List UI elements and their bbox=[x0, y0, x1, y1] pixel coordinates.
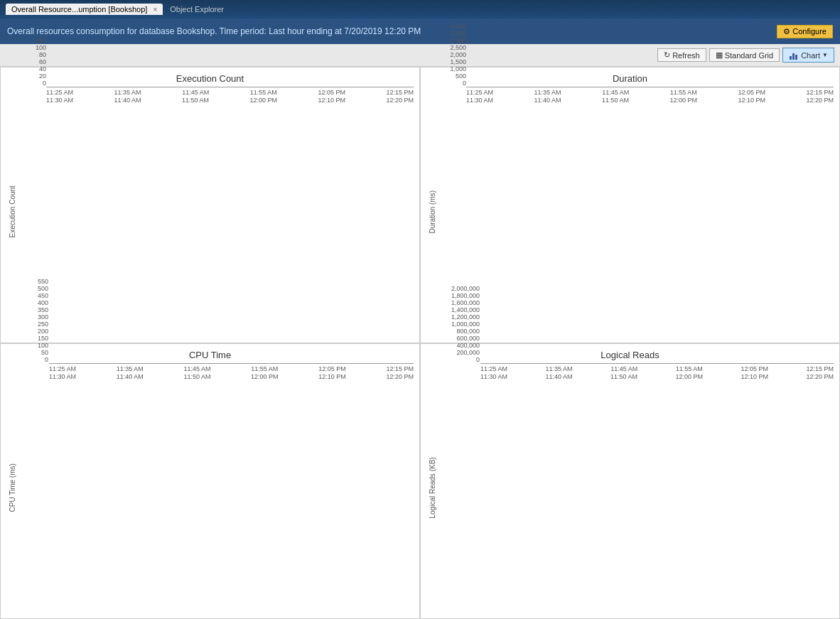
tab-active-label: Overall Resource...umption [Bookshop] bbox=[11, 5, 147, 14]
info-message: Overall resources consumption for databa… bbox=[7, 26, 421, 36]
tab-inactive-label: Object Explorer bbox=[170, 5, 224, 14]
duration-plot: 05001,0001,5002,0002,5003,0003,5004,000 bbox=[466, 87, 834, 87]
cpu-time-plot: 050100150200250300350400450500550 bbox=[49, 363, 414, 364]
logical-reads-y-label: Logical Reads (KB) bbox=[426, 363, 438, 613]
logical-reads-title: Logical Reads bbox=[426, 350, 834, 360]
charts-grid: Execution Count Execution Count 02040608… bbox=[0, 67, 840, 619]
execution-count-y-label: Execution Count bbox=[6, 87, 18, 337]
cpu-time-area: CPU Time (ms) 05010015020025030035040045… bbox=[6, 363, 414, 613]
svg-rect-0 bbox=[790, 56, 792, 60]
cpu-time-title: CPU Time bbox=[6, 350, 414, 360]
execution-count-title: Execution Count bbox=[6, 73, 414, 84]
refresh-label: Refresh bbox=[672, 51, 700, 60]
standard-grid-label: Standard Grid bbox=[725, 51, 773, 60]
duration-panel: Duration Duration (ms) 05001,0001,5002,0… bbox=[420, 67, 840, 343]
standard-grid-button[interactable]: ▦ Standard Grid bbox=[709, 48, 780, 62]
dur-x-row1: 11:25 AM11:35 AM11:45 AM11:55 AM12:05 PM… bbox=[466, 89, 834, 96]
chart-bar-icon bbox=[789, 50, 799, 60]
duration-area: Duration (ms) 05001,0001,5002,0002,5003,… bbox=[426, 87, 834, 337]
dur-x-row2: 11:30 AM11:40 AM11:50 AM12:00 PM12:10 PM… bbox=[466, 97, 834, 104]
tab-bar: Overall Resource...umption [Bookshop] × … bbox=[6, 4, 230, 15]
cpu-time-inner: 050100150200250300350400450500550 11:25 … bbox=[19, 363, 414, 613]
duration-inner: 05001,0001,5002,0002,5003,0003,5004,000 … bbox=[439, 87, 834, 337]
configure-icon: ⚙ bbox=[783, 27, 790, 36]
title-bar: Overall Resource...umption [Bookshop] × … bbox=[0, 0, 840, 18]
cpu-x-row1: 11:25 AM11:35 AM11:45 AM11:55 AM12:05 PM… bbox=[49, 365, 414, 372]
configure-button[interactable]: ⚙ Configure bbox=[777, 25, 833, 38]
cpu-time-panel: CPU Time CPU Time (ms) 05010015020025030… bbox=[0, 343, 420, 620]
execution-count-panel: Execution Count Execution Count 02040608… bbox=[0, 67, 420, 343]
configure-label: Configure bbox=[792, 27, 826, 36]
dropdown-icon[interactable]: ▼ bbox=[822, 52, 828, 58]
toolbar: ↻ Refresh ▦ Standard Grid Chart ▼ bbox=[0, 44, 840, 67]
duration-title: Duration bbox=[426, 73, 834, 84]
chart-label: Chart bbox=[801, 51, 820, 60]
info-bar: Overall resources consumption for databa… bbox=[0, 18, 840, 44]
tab-close-icon[interactable]: × bbox=[153, 6, 157, 14]
execution-count-area: Execution Count 020406080100120 11:25 AM… bbox=[6, 87, 414, 337]
lr-x-row2: 11:30 AM11:40 AM11:50 AM12:00 PM12:10 PM… bbox=[480, 373, 834, 380]
ec-x-row2: 11:30 AM11:40 AM11:50 AM12:00 PM12:10 PM… bbox=[46, 97, 414, 104]
execution-count-plot: 020406080100120 bbox=[46, 87, 414, 87]
logical-reads-inner: 0200,000400,000600,000800,0001,000,0001,… bbox=[439, 363, 834, 613]
logical-reads-plot: 0200,000400,000600,000800,0001,000,0001,… bbox=[480, 363, 834, 364]
tab-object-explorer[interactable]: Object Explorer bbox=[164, 4, 230, 15]
refresh-button[interactable]: ↻ Refresh bbox=[657, 48, 706, 62]
svg-rect-1 bbox=[792, 53, 795, 60]
cpu-x-row2: 11:30 AM11:40 AM11:50 AM12:00 PM12:10 PM… bbox=[49, 373, 414, 380]
ec-x-row1: 11:25 AM11:35 AM11:45 AM11:55 AM12:05 PM… bbox=[46, 89, 414, 96]
grid-icon: ▦ bbox=[716, 50, 723, 60]
lr-x-row1: 11:25 AM11:35 AM11:45 AM11:55 AM12:05 PM… bbox=[480, 365, 834, 372]
svg-rect-2 bbox=[795, 55, 797, 60]
logical-reads-panel: Logical Reads Logical Reads (KB) 0200,00… bbox=[420, 343, 840, 620]
execution-count-inner: 020406080100120 11:25 AM11:35 AM11:45 AM… bbox=[19, 87, 414, 337]
chart-button[interactable]: Chart ▼ bbox=[782, 48, 834, 62]
cpu-time-y-label: CPU Time (ms) bbox=[6, 363, 18, 613]
tab-resource-consumption[interactable]: Overall Resource...umption [Bookshop] × bbox=[6, 4, 163, 15]
duration-y-label: Duration (ms) bbox=[426, 87, 438, 337]
refresh-icon: ↻ bbox=[664, 50, 670, 60]
logical-reads-area: Logical Reads (KB) 0200,000400,000600,00… bbox=[426, 363, 834, 613]
